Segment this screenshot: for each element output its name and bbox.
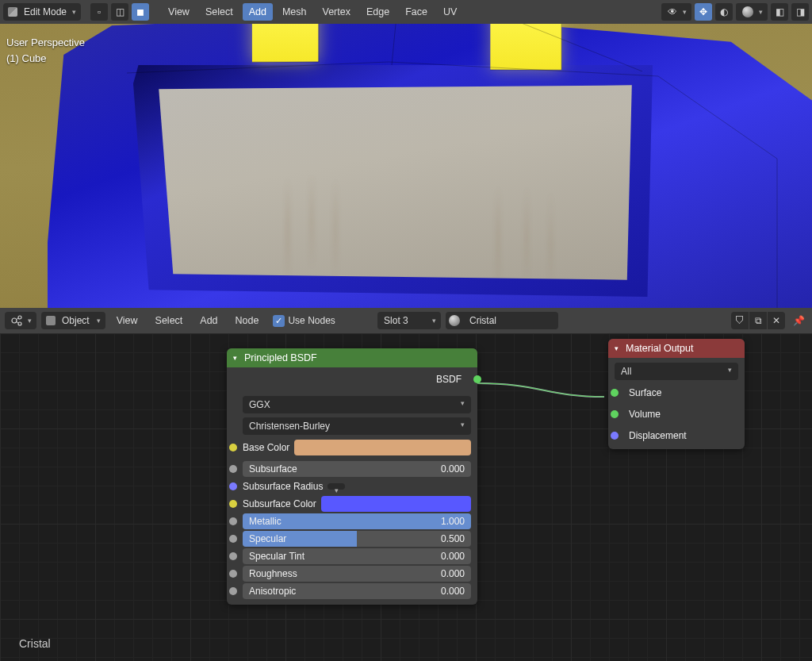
node-editor: Object View Select Add Node ✓ Use Nodes …: [0, 308, 812, 661]
viewport-3d[interactable]: User Perspective (1) Cube: [0, 0, 812, 308]
output-target-select[interactable]: All: [615, 363, 738, 380]
canvas-material-label: Cristal: [19, 637, 51, 650]
ne-menu-view[interactable]: View: [110, 312, 144, 329]
select-mode-face-icon[interactable]: ◼: [132, 3, 149, 21]
socket-subsurface-radius[interactable]: [229, 482, 237, 490]
overlay-line2: (1) Cube: [6, 51, 85, 67]
node-editor-header: Object View Select Add Node ✓ Use Nodes …: [0, 308, 812, 333]
use-nodes-toggle[interactable]: ✓ Use Nodes: [273, 315, 335, 327]
ne-menu-node[interactable]: Node: [229, 312, 266, 329]
row-metallic: Metallic1.000: [233, 513, 471, 530]
mesh-glass: [154, 85, 632, 279]
node-tree-icon: [11, 315, 22, 326]
row-base-color: Base Color: [233, 439, 471, 456]
base-color-swatch[interactable]: [294, 440, 471, 455]
checkbox-icon: ✓: [273, 315, 285, 327]
node-canvas[interactable]: Principled BSDF BSDF GGX Christensen-Bur…: [0, 333, 812, 661]
glass-reflection: [154, 85, 632, 279]
socket-out-bsdf[interactable]: [473, 375, 481, 383]
node-material-output[interactable]: Material Output All Surface Volume Displ…: [608, 339, 745, 449]
slider-specular[interactable]: Specular0.500: [243, 531, 471, 547]
eye-icon: 👁: [668, 6, 677, 17]
socket-specular-tint[interactable]: [229, 552, 237, 560]
arrows-icon: ✥: [699, 6, 707, 17]
shading-mode-icon[interactable]: ◨: [791, 3, 809, 21]
socket-anisotropic[interactable]: [229, 587, 237, 595]
slider-anisotropic[interactable]: Anisotropic0.000: [243, 583, 471, 599]
input-volume: Volume: [615, 405, 738, 423]
menu-mesh[interactable]: Mesh: [276, 3, 313, 21]
socket-specular[interactable]: [229, 535, 237, 543]
node-principled-bsdf[interactable]: Principled BSDF BSDF GGX Christensen-Bur…: [227, 348, 477, 605]
slider-metallic[interactable]: Metallic1.000: [243, 513, 471, 529]
select-mode-edge-icon[interactable]: ◫: [111, 3, 128, 21]
ne-menu-add[interactable]: Add: [193, 312, 224, 329]
node-title-output[interactable]: Material Output: [608, 339, 745, 358]
dropdown-1[interactable]: [327, 483, 345, 490]
slider-subsurface[interactable]: Subsurface0.000: [243, 461, 471, 477]
viewport-header: Edit Mode ▫ ◫ ◼ View Select Add Mesh Ver…: [0, 0, 812, 24]
slot-dropdown[interactable]: Slot 3: [377, 312, 441, 329]
mode-select[interactable]: Edit Mode: [3, 3, 81, 21]
overlay-toggle[interactable]: ◐: [715, 3, 733, 21]
subsurface-method-select[interactable]: Christensen-Burley: [243, 417, 471, 435]
use-nodes-label: Use Nodes: [288, 315, 335, 326]
pin-icon[interactable]: 📌: [790, 312, 807, 329]
menu-vertex[interactable]: Vertex: [316, 3, 356, 21]
socket-displacement[interactable]: [611, 432, 619, 440]
material-name-field[interactable]: Cristal: [463, 312, 558, 329]
sphere-icon: [742, 6, 753, 17]
viewport-overlay-text: User Perspective (1) Cube: [6, 35, 85, 66]
object-dropdown[interactable]: Object: [41, 312, 105, 329]
ne-menu-select[interactable]: Select: [149, 312, 190, 329]
socket-volume[interactable]: [611, 410, 619, 418]
row-specular-tint: Specular Tint0.000: [233, 548, 471, 565]
visibility-dropdown[interactable]: 👁: [661, 3, 691, 21]
menu-view[interactable]: View: [162, 3, 196, 21]
shield-icon[interactable]: ⛉: [731, 312, 749, 329]
svg-point-12: [18, 316, 21, 319]
slider-specular-tint[interactable]: Specular Tint0.000: [243, 548, 471, 564]
menu-add[interactable]: Add: [243, 3, 273, 21]
menu-select[interactable]: Select: [199, 3, 239, 21]
unlink-icon[interactable]: ✕: [768, 312, 785, 329]
editor-type-dropdown[interactable]: [5, 312, 36, 329]
row-subsurface: Subsurface0.000: [233, 460, 471, 478]
input-displacement: Displacement: [615, 427, 738, 444]
material-sphere-icon: [449, 315, 460, 326]
color-swatch-2[interactable]: [321, 496, 471, 512]
mesh-window-frame: [133, 65, 653, 297]
shading-dropdown[interactable]: [736, 3, 768, 21]
input-surface: Surface: [615, 384, 738, 402]
menu-uv[interactable]: UV: [437, 3, 463, 21]
svg-point-13: [18, 322, 21, 325]
xray-toggle[interactable]: ◧: [771, 3, 788, 21]
row-specular: Specular0.500: [233, 530, 471, 548]
material-browse-button[interactable]: [446, 312, 463, 329]
row-anisotropic: Anisotropic0.000: [233, 582, 471, 600]
socket-subsurface[interactable]: [229, 465, 237, 473]
viewport-geometry: [0, 0, 812, 308]
row-subsurface-color: Subsurface Color: [233, 495, 471, 513]
row-roughness: Roughness0.000: [233, 565, 471, 582]
overlay-line1: User Perspective: [6, 35, 85, 51]
node-title-principled[interactable]: Principled BSDF: [227, 348, 477, 367]
socket-subsurface-color[interactable]: [229, 500, 237, 508]
distribution-select[interactable]: GGX: [243, 396, 471, 413]
socket-surface[interactable]: [611, 389, 619, 397]
gizmo-toggle[interactable]: ✥: [695, 3, 712, 21]
slider-roughness[interactable]: Roughness0.000: [243, 566, 471, 582]
svg-point-11: [12, 318, 17, 323]
menu-face[interactable]: Face: [399, 3, 434, 21]
output-bsdf: BSDF: [227, 367, 477, 391]
select-mode-vertex-icon[interactable]: ▫: [90, 3, 108, 21]
copy-icon[interactable]: ⧉: [749, 312, 767, 329]
menu-edge[interactable]: Edge: [360, 3, 396, 21]
socket-base-color[interactable]: [229, 444, 237, 452]
socket-metallic[interactable]: [229, 517, 237, 525]
row-subsurface-radius: Subsurface Radius: [233, 478, 471, 495]
socket-roughness[interactable]: [229, 570, 237, 578]
